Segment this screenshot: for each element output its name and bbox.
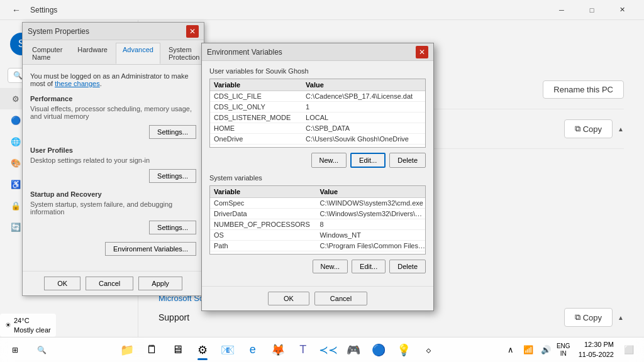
chevron-icon-support: ▲ xyxy=(618,314,624,321)
user-var-variable: OneDriveConsumer xyxy=(210,145,302,148)
system-var-variable: PATHEXT xyxy=(210,251,316,255)
performance-settings-btn[interactable]: Settings... xyxy=(149,125,196,139)
copy-button-support[interactable]: ⧉ Copy xyxy=(564,308,613,327)
system-var-row[interactable]: OSWindows_NT xyxy=(210,230,426,241)
env-close-button[interactable]: ✕ xyxy=(416,46,428,58)
privacy-icon: 🔒 xyxy=(10,200,21,211)
maximize-button[interactable]: □ xyxy=(577,0,606,20)
tab-hardware[interactable]: Hardware xyxy=(70,43,114,64)
title-bar: ← Settings ─ □ ✕ xyxy=(0,0,644,20)
env-dialog: Environment Variables ✕ User variables f… xyxy=(201,43,434,311)
minimize-button[interactable]: ─ xyxy=(547,0,576,20)
tray-notifications[interactable]: ⬜ xyxy=(621,343,636,358)
sysprops-apply-btn[interactable]: Apply xyxy=(138,277,182,290)
user-var-col-variable: Variable xyxy=(210,79,302,91)
clock-date: 11-05-2022 xyxy=(579,350,614,359)
taskbar-clock[interactable]: 12:30 PM 11-05-2022 xyxy=(574,340,619,359)
tab-advanced[interactable]: Advanced xyxy=(116,43,160,64)
user-var-value: 1 xyxy=(302,102,425,112)
copy-icon-support: ⧉ xyxy=(575,312,580,322)
env-title: Environment Variables xyxy=(207,48,416,57)
system-var-row[interactable]: PathC:\Program Files\Common Files\Oracle… xyxy=(210,241,426,251)
system-vars-table-container[interactable]: Variable Value ComSpecC:\WINDOWS\system3… xyxy=(209,185,426,255)
user-vars-table-container[interactable]: Variable Value CDS_LIC_FILEC:\Cadence\SP… xyxy=(209,79,426,148)
taskbar-app-explorer[interactable]: 📁 xyxy=(116,339,138,361)
user-new-btn[interactable]: New... xyxy=(311,153,347,168)
update-icon: 🔄 xyxy=(10,221,21,233)
taskbar-app-extra3[interactable]: ⬦ xyxy=(418,339,440,361)
system-var-value: C:\Program Files\Common Files\Oracle\Jav… xyxy=(316,241,426,251)
performance-title: Performance xyxy=(30,95,196,102)
user-var-row[interactable]: HOMEC:\SPB_DATA xyxy=(210,123,425,134)
taskbar-app-gaming[interactable]: 🎮 xyxy=(342,339,365,361)
tray-chevron[interactable]: ∧ xyxy=(503,343,518,358)
user-profiles-settings-btn[interactable]: Settings... xyxy=(149,169,196,183)
system-edit-btn[interactable]: Edit... xyxy=(352,260,386,273)
env-variables-btn[interactable]: Environment Variables... xyxy=(105,242,196,256)
taskbar-app-extra1[interactable]: 🔵 xyxy=(367,339,390,361)
user-var-row[interactable]: CDS_LIC_FILEC:\Cadence\SPB_17.4\License.… xyxy=(210,91,425,102)
user-var-row[interactable]: OneDriveC:\Users\Souvik Ghosh\OneDrive xyxy=(210,134,425,145)
user-var-value: C:\Users\Souvik Ghosh\OneDrive xyxy=(302,145,425,148)
weather-widget[interactable]: ☀ 24°CMostly clear xyxy=(0,314,56,337)
system-var-row[interactable]: DriverDataC:\Windows\System32\Drivers\Dr… xyxy=(210,209,426,219)
user-var-value: C:\Users\Souvik Ghosh\OneDrive xyxy=(302,134,425,145)
back-button[interactable]: ← xyxy=(8,1,25,19)
sysprops-body: You must be logged on as an Administrato… xyxy=(23,65,204,271)
system-var-variable: NUMBER_OF_PROCESSORS xyxy=(210,219,316,230)
title-bar-title: Settings xyxy=(30,6,57,14)
user-delete-btn[interactable]: Delete xyxy=(389,153,426,168)
taskbar-app-teams[interactable]: T xyxy=(292,339,314,361)
taskbar-app-vscode[interactable]: ≺≺ xyxy=(317,339,340,361)
env-body: User variables for Souvik Ghosh Variable… xyxy=(202,61,433,286)
user-var-row[interactable]: OneDriveConsumerC:\Users\Souvik Ghosh\On… xyxy=(210,145,425,148)
tray-network[interactable]: 📶 xyxy=(521,343,536,358)
taskbar-search-button[interactable]: 🔍 xyxy=(30,340,53,360)
tray-lang[interactable]: ENGIN xyxy=(556,343,571,358)
user-var-variable: CDS_LIC_ONLY xyxy=(210,102,302,112)
system-vars-title: System variables xyxy=(209,174,426,182)
system-var-col-value: Value xyxy=(316,186,426,198)
system-vars-actions: New... Edit... Delete xyxy=(209,260,426,273)
sysprops-close-button[interactable]: ✕ xyxy=(186,25,199,38)
taskbar-app-terminal[interactable]: 🖥 xyxy=(166,339,189,361)
note-link[interactable]: these changes xyxy=(55,80,100,87)
system-var-row[interactable]: ComSpecC:\WINDOWS\system32\cmd.exe xyxy=(210,198,426,209)
copy-button-1[interactable]: ⧉ Copy xyxy=(564,119,613,138)
system-vars-table: Variable Value ComSpecC:\WINDOWS\system3… xyxy=(210,186,426,255)
system-var-row[interactable]: PATHEXT.COM;.EXE;.BAT;.CMD;.VBS;.VBE;.JS… xyxy=(210,251,426,255)
taskbar-app-settings[interactable]: ⚙ xyxy=(191,339,214,361)
close-button[interactable]: ✕ xyxy=(608,0,636,20)
startup-desc: System startup, system failure, and debu… xyxy=(30,200,196,216)
system-delete-btn[interactable]: Delete xyxy=(389,260,426,273)
user-var-row[interactable]: CDS_LIC_ONLY1 xyxy=(210,102,425,112)
tab-computer-name[interactable]: Computer Name xyxy=(25,43,69,64)
env-ok-btn[interactable]: OK xyxy=(268,292,309,305)
system-var-row[interactable]: NUMBER_OF_PROCESSORS8 xyxy=(210,219,426,230)
taskbar-app-mail[interactable]: 📧 xyxy=(216,339,239,361)
env-cancel-btn[interactable]: Cancel xyxy=(314,292,367,305)
taskbar-right: ∧ 📶 🔊 ENGIN 12:30 PM 11-05-2022 ⬜ xyxy=(503,340,644,359)
taskbar-app-notepad[interactable]: 🗒 xyxy=(141,339,164,361)
taskbar-app-extra2[interactable]: 💡 xyxy=(392,339,415,361)
performance-desc: Visual effects, processor scheduling, me… xyxy=(30,105,196,120)
taskbar-app-edge[interactable]: e xyxy=(242,339,264,361)
weather-icon: ☀ xyxy=(5,321,11,329)
start-button[interactable]: ⊞ xyxy=(0,337,30,363)
system-new-btn[interactable]: New... xyxy=(313,260,348,273)
rename-pc-button[interactable]: Rename this PC xyxy=(543,80,624,99)
tray-volume[interactable]: 🔊 xyxy=(538,343,553,358)
user-var-variable: CDS_LISTENER_MODE xyxy=(210,112,302,123)
sysprops-ok-btn[interactable]: OK xyxy=(44,277,80,290)
tab-system-protection[interactable]: System Protection xyxy=(162,43,207,64)
user-var-col-value: Value xyxy=(302,79,425,91)
sysprops-cancel-btn[interactable]: Cancel xyxy=(86,277,133,290)
taskbar-app-firefox[interactable]: 🦊 xyxy=(267,339,289,361)
user-var-row[interactable]: CDS_LISTENER_MODELOCAL xyxy=(210,112,425,123)
support-label: Support xyxy=(158,312,189,322)
user-var-variable: OneDrive xyxy=(210,134,302,145)
user-edit-btn[interactable]: Edit... xyxy=(350,153,386,168)
window-controls: ─ □ ✕ xyxy=(547,0,636,20)
startup-settings-btn[interactable]: Settings... xyxy=(149,221,196,234)
sysprops-tabs: Computer Name Hardware Advanced System P… xyxy=(23,40,204,65)
